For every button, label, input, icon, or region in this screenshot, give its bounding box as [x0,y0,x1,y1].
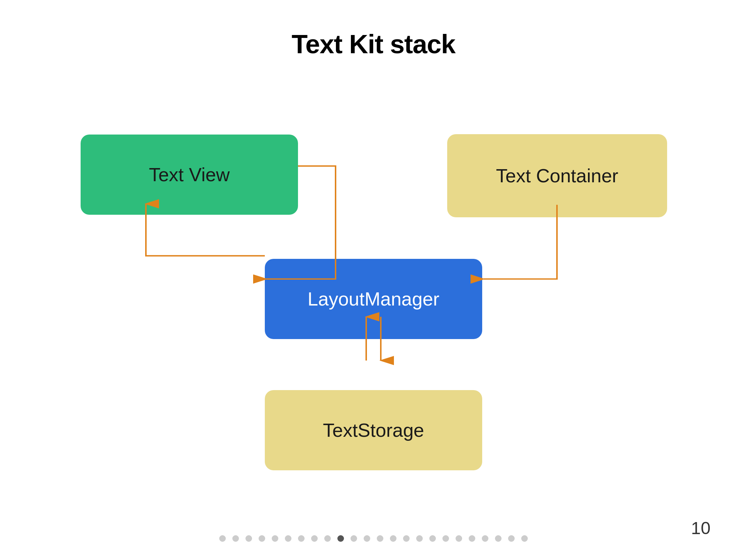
pagination-dot-9 [337,535,344,542]
pagination-dot-11 [364,535,370,542]
pagination-dot-4 [272,535,278,542]
pagination-dot-15 [416,535,423,542]
pagination-dot-16 [429,535,436,542]
text-storage-node: TextStorage [265,390,482,470]
pagination-dot-19 [469,535,475,542]
page-number: 10 [691,518,711,538]
pagination-dot-13 [390,535,396,542]
pagination-dot-3 [259,535,265,542]
pagination-dot-10 [351,535,357,542]
text-view-label: Text View [149,164,230,186]
layout-manager-label: LayoutManager [307,288,439,310]
text-container-node: Text Container [447,134,667,217]
pagination-dot-2 [245,535,252,542]
diagram-area: Text View Text Container LayoutManager T… [0,80,747,516]
text-container-label: Text Container [496,165,618,187]
layout-manager-node: LayoutManager [265,259,482,339]
pagination-dot-23 [521,535,528,542]
pagination-dot-7 [311,535,318,542]
pagination-dot-22 [508,535,515,542]
text-view-node: Text View [81,135,298,215]
text-storage-label: TextStorage [323,419,424,441]
pagination-dot-6 [298,535,305,542]
pagination-dot-5 [285,535,291,542]
pagination-dot-17 [442,535,449,542]
pagination-dot-14 [403,535,410,542]
pagination-dot-8 [324,535,331,542]
page-title: Text Kit stack [0,0,747,59]
pagination-dot-0 [219,535,226,542]
pagination-dot-20 [482,535,488,542]
pagination-dot-1 [232,535,239,542]
pagination-dot-21 [495,535,502,542]
pagination-dot-18 [456,535,462,542]
pagination-dots [219,535,528,542]
pagination-dot-12 [377,535,383,542]
